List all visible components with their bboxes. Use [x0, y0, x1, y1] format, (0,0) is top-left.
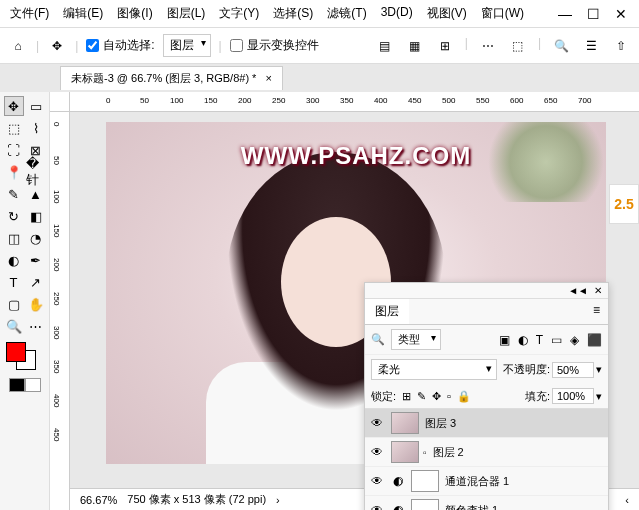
layer-name[interactable]: 颜色查找 1 — [445, 503, 498, 511]
workspace-icon[interactable]: ☰ — [581, 36, 601, 56]
color-swatches[interactable] — [2, 342, 47, 372]
layer-thumbnail[interactable] — [411, 470, 439, 492]
layer-item[interactable]: 👁 ◐ 颜色查找 1 — [365, 496, 608, 510]
pen-tool[interactable]: ✒ — [26, 250, 46, 270]
maximize-button[interactable]: ☐ — [579, 2, 607, 26]
panel-close-icon[interactable]: ✕ — [594, 285, 602, 296]
fill-dropdown-icon[interactable]: ▾ — [596, 390, 602, 403]
hand-tool[interactable]: ✋ — [26, 294, 46, 314]
shape-tool[interactable]: ▢ — [4, 294, 24, 314]
auto-select-type-dropdown[interactable]: 图层 — [163, 34, 211, 57]
3d-icon[interactable]: ⬚ — [508, 36, 528, 56]
align-icon-2[interactable]: ▦ — [405, 36, 425, 56]
titlebar: 文件(F) 编辑(E) 图像(I) 图层(L) 文字(Y) 选择(S) 滤镜(T… — [0, 0, 639, 28]
layer-name[interactable]: 图层 2 — [433, 445, 464, 460]
lock-artboard-icon[interactable]: ▫ — [447, 390, 451, 402]
filter-shape-icon[interactable]: ▭ — [551, 333, 562, 347]
show-transform-checkbox[interactable]: 显示变换控件 — [230, 37, 319, 54]
filter-toggle-icon[interactable]: ⬛ — [587, 333, 602, 347]
move-icon[interactable]: ✥ — [47, 36, 67, 56]
layer-item[interactable]: 👁 ▫ 图层 2 — [365, 438, 608, 467]
menu-file[interactable]: 文件(F) — [4, 1, 55, 26]
blend-mode-dropdown[interactable]: 柔光 — [371, 359, 497, 380]
screenmode-icon[interactable] — [25, 378, 41, 392]
stamp-tool[interactable]: ▲ — [26, 184, 46, 204]
zoom-level[interactable]: 66.67% — [80, 494, 117, 506]
filter-search-icon[interactable]: 🔍 — [371, 333, 385, 346]
layer-item[interactable]: 👁 ◐ 通道混合器 1 — [365, 467, 608, 496]
layer-name[interactable]: 通道混合器 1 — [445, 474, 509, 489]
dodge-tool[interactable]: ◐ — [4, 250, 24, 270]
layer-list: 👁 图层 3 👁 ▫ 图层 2 👁 ◐ 通道混合器 1 👁 ◐ 颜色查找 1 — [365, 409, 608, 510]
layer-name[interactable]: 图层 3 — [425, 416, 456, 431]
layer-thumbnail[interactable] — [411, 499, 439, 510]
type-tool[interactable]: T — [4, 272, 24, 292]
history-brush-tool[interactable]: ↻ — [4, 206, 24, 226]
lasso-tool[interactable]: ⌇ — [26, 118, 46, 138]
layer-thumbnail[interactable] — [391, 412, 419, 434]
search-icon[interactable]: 🔍 — [551, 36, 571, 56]
menu-type[interactable]: 文字(Y) — [213, 1, 265, 26]
menubar: 文件(F) 编辑(E) 图像(I) 图层(L) 文字(Y) 选择(S) 滤镜(T… — [4, 1, 551, 26]
lock-position-icon[interactable]: ✥ — [432, 390, 441, 403]
artboard-tool[interactable]: ▭ — [26, 96, 46, 116]
eyedropper-tool[interactable]: 📍 — [4, 162, 24, 182]
filter-pixel-icon[interactable]: ▣ — [499, 333, 510, 347]
visibility-icon[interactable]: 👁 — [371, 445, 385, 459]
status-arrow-icon[interactable]: › — [276, 494, 280, 506]
menu-filter[interactable]: 滤镜(T) — [321, 1, 372, 26]
layers-tab[interactable]: 图层 — [365, 299, 409, 324]
opacity-input[interactable]: 50% — [552, 362, 594, 378]
filter-type-icon[interactable]: T — [536, 333, 543, 347]
crop-tool[interactable]: ⛶ — [4, 140, 24, 160]
layer-thumbnail[interactable] — [391, 441, 419, 463]
blur-tool[interactable]: ◔ — [26, 228, 46, 248]
filter-adjust-icon[interactable]: ◐ — [518, 333, 528, 347]
quickmask-icon[interactable] — [9, 378, 25, 392]
menu-edit[interactable]: 编辑(E) — [57, 1, 109, 26]
tab-close-icon[interactable]: × — [265, 72, 271, 84]
home-icon[interactable]: ⌂ — [8, 36, 28, 56]
menu-view[interactable]: 视图(V) — [421, 1, 473, 26]
doc-dimensions: 750 像素 x 513 像素 (72 ppi) — [127, 492, 266, 507]
filter-smart-icon[interactable]: ◈ — [570, 333, 579, 347]
eraser-tool[interactable]: ◧ — [26, 206, 46, 226]
menu-select[interactable]: 选择(S) — [267, 1, 319, 26]
watermark-url: WWW.PSAHZ.COM — [106, 142, 606, 170]
path-tool[interactable]: ↗ — [26, 272, 46, 292]
share-icon[interactable]: ⇧ — [611, 36, 631, 56]
foreground-color[interactable] — [6, 342, 26, 362]
minimize-button[interactable]: — — [551, 2, 579, 26]
close-button[interactable]: ✕ — [607, 2, 635, 26]
zoom-tool[interactable]: 🔍 — [4, 316, 24, 336]
heal-tool[interactable]: �针 — [26, 162, 46, 182]
panel-collapse-icon[interactable]: ◄◄ — [568, 285, 588, 296]
panel-menu-icon[interactable]: ≡ — [585, 299, 608, 324]
brush-tool[interactable]: ✎ — [4, 184, 24, 204]
more-icon[interactable]: ⋯ — [478, 36, 498, 56]
visibility-icon[interactable]: 👁 — [371, 503, 385, 510]
lock-all-icon[interactable]: 🔒 — [457, 390, 471, 403]
layer-item[interactable]: 👁 图层 3 — [365, 409, 608, 438]
menu-image[interactable]: 图像(I) — [111, 1, 158, 26]
align-icon-1[interactable]: ▤ — [375, 36, 395, 56]
menu-layer[interactable]: 图层(L) — [161, 1, 212, 26]
lock-pixels-icon[interactable]: ✎ — [417, 390, 426, 403]
ruler-origin[interactable] — [50, 92, 70, 112]
menu-window[interactable]: 窗口(W) — [475, 1, 530, 26]
filter-type-dropdown[interactable]: 类型 — [391, 329, 441, 350]
document-tab[interactable]: 未标题-3 @ 66.7% (图层 3, RGB/8#) * × — [60, 66, 283, 90]
move-tool[interactable]: ✥ — [4, 96, 24, 116]
fill-input[interactable]: 100% — [552, 388, 594, 404]
right-dock-value[interactable]: 2.5 — [609, 184, 639, 224]
edit-toolbar[interactable]: ⋯ — [26, 316, 46, 336]
gradient-tool[interactable]: ◫ — [4, 228, 24, 248]
marquee-tool[interactable]: ⬚ — [4, 118, 24, 138]
opacity-dropdown-icon[interactable]: ▾ — [596, 363, 602, 376]
menu-3d[interactable]: 3D(D) — [375, 1, 419, 26]
auto-select-checkbox[interactable]: 自动选择: — [86, 37, 154, 54]
visibility-icon[interactable]: 👁 — [371, 474, 385, 488]
visibility-icon[interactable]: 👁 — [371, 416, 385, 430]
lock-transparent-icon[interactable]: ⊞ — [402, 390, 411, 403]
align-icon-3[interactable]: ⊞ — [435, 36, 455, 56]
